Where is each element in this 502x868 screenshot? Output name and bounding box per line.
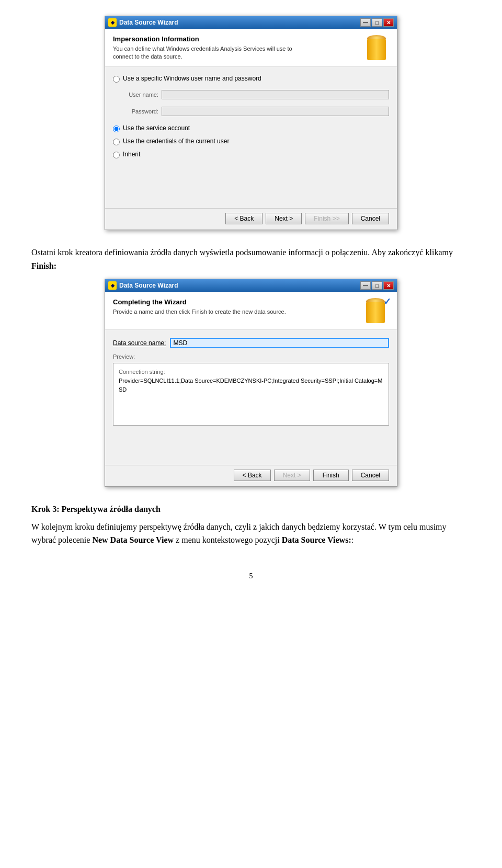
- maximize-button[interactable]: □: [372, 18, 382, 27]
- minimize-button-2[interactable]: —: [360, 281, 371, 290]
- password-label: Password:: [124, 108, 158, 115]
- back-button-1[interactable]: < Back: [225, 213, 263, 224]
- section-block: Krok 3: Perspektywa źródła danych W kole…: [31, 502, 471, 555]
- radio-label-1: Use a specific Windows user name and pas…: [123, 75, 261, 82]
- dialog2-spacer: [105, 433, 397, 465]
- titlebar2-left: ◆ Data Source Wizard: [108, 281, 178, 290]
- wizard-icon-2: ◆: [108, 281, 117, 290]
- radio-option-1: Use a specific Windows user name and pas…: [113, 75, 389, 83]
- dialog1-footer: < Back Next > Finish >> Cancel: [105, 208, 397, 230]
- maximize-button-2[interactable]: □: [372, 281, 382, 290]
- dialog2-header-title: Completing the Wizard: [113, 298, 363, 306]
- dialog-completing: ◆ Data Source Wizard — □ ✕ Completing th…: [105, 279, 397, 487]
- dialog1-header-subtitle: You can define what Windows credentials …: [113, 45, 364, 61]
- minimize-button[interactable]: —: [360, 18, 371, 27]
- dialog1-header: Impersonation Information You can define…: [105, 29, 397, 67]
- connection-string-label: Connection string:: [119, 369, 383, 375]
- dialog2-footer: < Back Next > Finish Cancel: [105, 465, 397, 486]
- radio-service-account[interactable]: [113, 125, 120, 132]
- radio-specific-user[interactable]: [113, 76, 120, 83]
- titlebar2-controls: — □ ✕: [360, 281, 394, 290]
- radio-group: Use a specific Windows user name and pas…: [113, 75, 389, 158]
- datasource-name-label: Data source name:: [113, 339, 166, 347]
- section-bold-2: Data Source Views:: [282, 535, 351, 544]
- cancel-button-2[interactable]: Cancel: [352, 470, 389, 481]
- dialog1-title: Data Source Wizard: [119, 19, 178, 26]
- finish-button-2[interactable]: Finish: [313, 470, 349, 481]
- preview-label: Preview:: [113, 353, 389, 360]
- next-button-1[interactable]: Next >: [266, 213, 302, 224]
- next-button-2[interactable]: Next >: [274, 470, 310, 481]
- prose-block-1: Ostatni krok kreatora definiowania źródł…: [31, 246, 471, 272]
- password-input[interactable]: [162, 107, 389, 116]
- titlebar-controls: — □ ✕: [360, 18, 394, 27]
- radio-option-3: Use the credentials of the current user: [113, 138, 389, 145]
- radio-option-4: Inherit: [113, 151, 389, 158]
- connection-string-value: Provider=SQLNCLI11.1;Data Source=KDEMBCZ…: [119, 376, 383, 394]
- datasource-name-input[interactable]: [170, 338, 389, 348]
- close-button-2[interactable]: ✕: [383, 281, 394, 290]
- cylinder-body-2: [366, 302, 385, 323]
- section-bold-1: New Data Source View: [92, 535, 174, 544]
- back-button-2[interactable]: < Back: [234, 470, 271, 481]
- radio-inherit[interactable]: [113, 152, 120, 158]
- titlebar-left: ◆ Data Source Wizard: [108, 18, 178, 27]
- dialog-impersonation: ◆ Data Source Wizard — □ ✕ Impersonation…: [105, 16, 397, 230]
- section-prose: W kolejnym kroku definiujemy perspektywę…: [31, 520, 471, 547]
- close-button[interactable]: ✕: [383, 18, 394, 27]
- preview-section: Preview: Connection string: Provider=SQL…: [113, 353, 389, 426]
- dialog1-body: Use a specific Windows user name and pas…: [105, 67, 397, 166]
- radio-label-4: Inherit: [123, 151, 140, 158]
- dialog2-titlebar: ◆ Data Source Wizard — □ ✕: [105, 279, 397, 292]
- radio-current-user[interactable]: [113, 139, 120, 145]
- datasource-name-row: Data source name:: [113, 338, 389, 348]
- username-label: User name:: [124, 92, 158, 98]
- password-row: Password:: [124, 107, 389, 116]
- checkmark-icon: ✓: [383, 296, 391, 307]
- prose-bold-finish: Finish:: [31, 261, 56, 270]
- page-number: 5: [249, 572, 253, 580]
- dialog2-header-subtitle: Provide a name and then click Finish to …: [113, 308, 363, 316]
- section-heading: Krok 3: Perspektywa źródła danych: [31, 502, 471, 516]
- prose-text-1: Ostatni krok kreatora definiowania źródł…: [31, 248, 453, 257]
- radio-label-2: Use the service account: [123, 124, 190, 132]
- dialog1-titlebar: ◆ Data Source Wizard — □ ✕: [105, 16, 397, 29]
- radio-option-2: Use the service account: [113, 124, 389, 132]
- section-text-2: z menu kontekstowego pozycji: [174, 535, 282, 544]
- preview-box: Connection string: Provider=SQLNCLI11.1;…: [113, 363, 389, 426]
- dialog2-title: Data Source Wizard: [119, 282, 178, 289]
- dialog1-header-title: Impersonation Information: [113, 35, 364, 43]
- cancel-button-1[interactable]: Cancel: [352, 213, 389, 224]
- radio-label-3: Use the credentials of the current user: [123, 138, 229, 145]
- finish-button-1[interactable]: Finish >>: [305, 213, 348, 224]
- dialog2-header-text: Completing the Wizard Provide a name and…: [113, 298, 363, 316]
- dialog1-spacer: [105, 166, 397, 208]
- section-text-3: :: [351, 535, 353, 544]
- dialog2-header: Completing the Wizard Provide a name and…: [105, 292, 397, 330]
- cylinder-body: [367, 39, 386, 60]
- dialog2-body: Data source name: Preview: Connection st…: [105, 330, 397, 433]
- cylinder-icon: [364, 35, 389, 62]
- username-row: User name:: [124, 90, 389, 99]
- wizard-icon: ◆: [108, 18, 117, 27]
- dialog2-header-icon: ✓: [363, 298, 389, 325]
- username-input[interactable]: [162, 90, 389, 99]
- dialog1-header-text: Impersonation Information You can define…: [113, 35, 364, 61]
